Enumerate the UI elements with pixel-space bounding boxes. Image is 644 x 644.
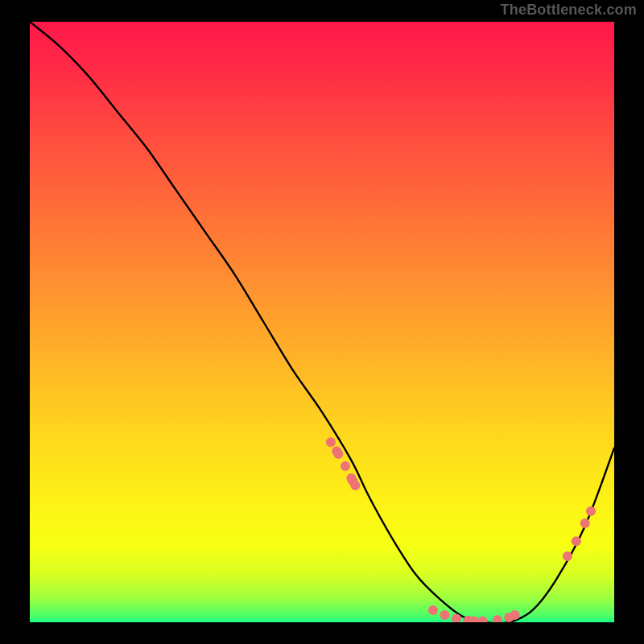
data-marker: [563, 551, 572, 561]
chart-frame: TheBottleneck.com: [0, 0, 644, 644]
data-marker: [326, 437, 336, 447]
chart-svg: [30, 22, 614, 622]
data-marker: [428, 605, 438, 615]
data-marker: [510, 610, 520, 620]
plot-area: [30, 22, 614, 622]
data-marker: [493, 615, 502, 622]
data-marker: [572, 536, 581, 546]
data-marker: [440, 610, 450, 620]
curve-layer: [30, 22, 614, 622]
watermark-text: TheBottleneck.com: [501, 2, 637, 19]
data-marker: [341, 461, 350, 471]
data-marker: [586, 506, 596, 516]
data-marker: [580, 518, 590, 528]
marker-layer: [326, 437, 596, 622]
data-marker: [333, 449, 343, 459]
data-marker: [350, 481, 360, 490]
data-marker: [478, 617, 488, 623]
bottleneck-curve: [30, 22, 614, 622]
